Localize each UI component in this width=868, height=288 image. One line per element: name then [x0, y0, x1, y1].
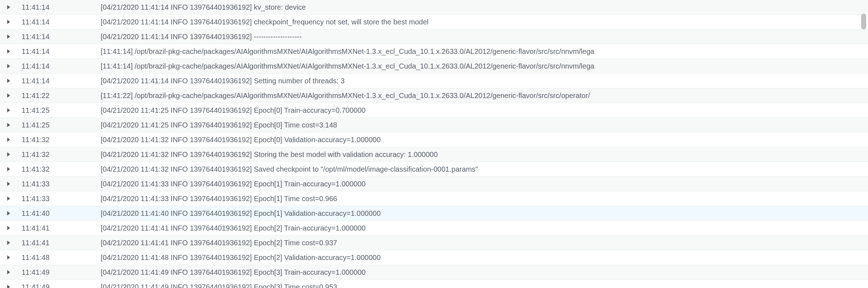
log-row[interactable]: 11:41:14[11:41:14] /opt/brazil-pkg-cache…: [0, 59, 868, 74]
log-table: 11:41:14[04/21/2020 11:41:14 INFO 139764…: [0, 0, 868, 288]
timestamp-cell: 11:41:14: [17, 62, 101, 70]
log-row[interactable]: 11:41:25[04/21/2020 11:41:25 INFO 139764…: [0, 103, 868, 118]
timestamp-cell: 11:41:25: [17, 106, 101, 115]
message-cell: [04/21/2020 11:41:32 INFO 13976440193619…: [101, 136, 868, 144]
caret-right-icon[interactable]: [7, 49, 10, 54]
expand-cell: [0, 108, 17, 112]
log-row[interactable]: 11:41:40[04/21/2020 11:41:40 INFO 139764…: [0, 206, 868, 221]
caret-right-icon[interactable]: [7, 123, 10, 127]
message-cell: [04/21/2020 11:41:25 INFO 13976440193619…: [101, 121, 868, 129]
caret-right-icon[interactable]: [7, 211, 10, 215]
expand-cell: [0, 138, 17, 142]
caret-right-icon[interactable]: [7, 285, 10, 288]
expand-cell: [0, 182, 17, 186]
caret-right-icon[interactable]: [7, 34, 10, 39]
message-cell: [04/21/2020 11:41:49 INFO 13976440193619…: [101, 283, 868, 288]
log-row[interactable]: 11:41:32[04/21/2020 11:41:32 INFO 139764…: [0, 162, 868, 177]
caret-right-icon[interactable]: [7, 196, 10, 201]
log-row[interactable]: 11:41:49[04/21/2020 11:41:49 INFO 139764…: [0, 280, 868, 288]
timestamp-cell: 11:41:14: [17, 3, 101, 11]
caret-right-icon[interactable]: [7, 226, 10, 230]
message-cell: [04/21/2020 11:41:40 INFO 13976440193619…: [101, 209, 868, 218]
log-row[interactable]: 11:41:33[04/21/2020 11:41:33 INFO 139764…: [0, 191, 868, 206]
log-row[interactable]: 11:41:14[04/21/2020 11:41:14 INFO 139764…: [0, 74, 868, 88]
timestamp-cell: 11:41:25: [17, 121, 101, 129]
message-cell: [04/21/2020 11:41:14 INFO 13976440193619…: [101, 33, 868, 41]
caret-right-icon[interactable]: [7, 270, 10, 274]
caret-right-icon[interactable]: [7, 255, 10, 260]
caret-right-icon[interactable]: [7, 79, 10, 83]
message-cell: [04/21/2020 11:41:14 INFO 13976440193619…: [101, 18, 868, 26]
caret-right-icon[interactable]: [7, 152, 10, 157]
message-cell: [11:41:22] /opt/brazil-pkg-cache/package…: [101, 92, 868, 100]
timestamp-cell: 11:41:41: [17, 224, 101, 232]
scrollbar-track[interactable]: [860, 0, 867, 288]
timestamp-cell: 11:41:49: [17, 283, 101, 288]
expand-cell: [0, 34, 17, 39]
caret-right-icon[interactable]: [7, 138, 10, 142]
caret-right-icon[interactable]: [7, 108, 10, 112]
message-cell: [04/21/2020 11:41:32 INFO 13976440193619…: [101, 150, 868, 159]
expand-cell: [0, 255, 17, 260]
caret-right-icon[interactable]: [7, 241, 10, 245]
timestamp-cell: 11:41:32: [17, 136, 101, 144]
message-cell: [04/21/2020 11:41:33 INFO 13976440193619…: [101, 180, 868, 188]
timestamp-cell: 11:41:41: [17, 239, 101, 247]
expand-cell: [0, 226, 17, 230]
log-row[interactable]: 11:41:48[04/21/2020 11:41:48 INFO 139764…: [0, 250, 868, 265]
expand-cell: [0, 285, 17, 288]
timestamp-cell: 11:41:14: [17, 47, 101, 56]
log-row[interactable]: 11:41:14[04/21/2020 11:41:14 INFO 139764…: [0, 15, 868, 29]
log-row[interactable]: 11:41:22[11:41:22] /opt/brazil-pkg-cache…: [0, 88, 868, 103]
log-row[interactable]: 11:41:41[04/21/2020 11:41:41 INFO 139764…: [0, 236, 868, 250]
expand-cell: [0, 93, 17, 98]
expand-cell: [0, 5, 17, 9]
expand-cell: [0, 79, 17, 83]
log-row[interactable]: 11:41:41[04/21/2020 11:41:41 INFO 139764…: [0, 221, 868, 236]
message-cell: [04/21/2020 11:41:14 INFO 13976440193619…: [101, 3, 868, 11]
expand-cell: [0, 64, 17, 68]
caret-right-icon[interactable]: [7, 182, 10, 186]
caret-right-icon[interactable]: [7, 64, 10, 68]
expand-cell: [0, 196, 17, 201]
timestamp-cell: 11:41:49: [17, 268, 101, 277]
timestamp-cell: 11:41:22: [17, 92, 101, 100]
log-row[interactable]: 11:41:32[04/21/2020 11:41:32 INFO 139764…: [0, 147, 868, 162]
timestamp-cell: 11:41:33: [17, 180, 101, 188]
log-row[interactable]: 11:41:33[04/21/2020 11:41:33 INFO 139764…: [0, 177, 868, 191]
log-row[interactable]: 11:41:14[11:41:14] /opt/brazil-pkg-cache…: [0, 44, 868, 59]
timestamp-cell: 11:41:32: [17, 165, 101, 173]
message-cell: [04/21/2020 11:41:41 INFO 13976440193619…: [101, 239, 868, 247]
caret-right-icon[interactable]: [7, 167, 10, 171]
log-row[interactable]: 11:41:25[04/21/2020 11:41:25 INFO 139764…: [0, 118, 868, 133]
message-cell: [11:41:14] /opt/brazil-pkg-cache/package…: [101, 47, 868, 56]
message-cell: [04/21/2020 11:41:41 INFO 13976440193619…: [101, 224, 868, 232]
message-cell: [04/21/2020 11:41:48 INFO 13976440193619…: [101, 254, 868, 262]
message-cell: [11:41:14] /opt/brazil-pkg-cache/package…: [101, 62, 868, 70]
message-cell: [04/21/2020 11:41:25 INFO 13976440193619…: [101, 106, 868, 115]
message-cell: [04/21/2020 11:41:14 INFO 13976440193619…: [101, 77, 868, 85]
timestamp-cell: 11:41:33: [17, 195, 101, 203]
log-row[interactable]: 11:41:14[04/21/2020 11:41:14 INFO 139764…: [0, 0, 868, 15]
message-cell: [04/21/2020 11:41:33 INFO 13976440193619…: [101, 195, 868, 203]
scrollbar-thumb[interactable]: [861, 14, 866, 29]
caret-right-icon[interactable]: [7, 5, 10, 9]
message-cell: [04/21/2020 11:41:49 INFO 13976440193619…: [101, 268, 868, 277]
timestamp-cell: 11:41:48: [17, 254, 101, 262]
timestamp-cell: 11:41:32: [17, 150, 101, 159]
expand-cell: [0, 49, 17, 54]
log-row[interactable]: 11:41:32[04/21/2020 11:41:32 INFO 139764…: [0, 133, 868, 147]
log-row[interactable]: 11:41:49[04/21/2020 11:41:49 INFO 139764…: [0, 265, 868, 280]
message-cell: [04/21/2020 11:41:32 INFO 13976440193619…: [101, 165, 868, 173]
caret-right-icon[interactable]: [7, 93, 10, 98]
log-row[interactable]: 11:41:14[04/21/2020 11:41:14 INFO 139764…: [0, 29, 868, 44]
timestamp-cell: 11:41:14: [17, 18, 101, 26]
expand-cell: [0, 20, 17, 24]
expand-cell: [0, 167, 17, 171]
timestamp-cell: 11:41:14: [17, 33, 101, 41]
expand-cell: [0, 270, 17, 274]
timestamp-cell: 11:41:14: [17, 77, 101, 85]
caret-right-icon[interactable]: [7, 20, 10, 24]
timestamp-cell: 11:41:40: [17, 209, 101, 218]
expand-cell: [0, 211, 17, 215]
